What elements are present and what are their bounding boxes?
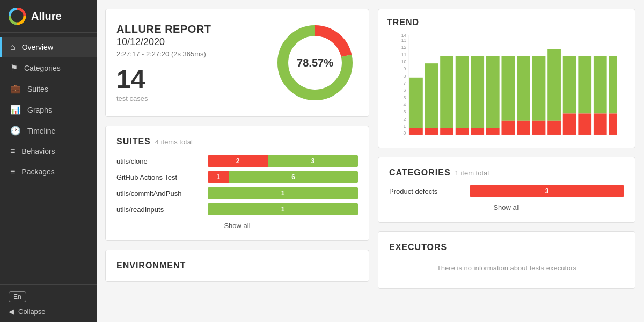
svg-text:6: 6 <box>404 87 406 93</box>
sidebar-item-graphs[interactable]: 📊 Graphs <box>0 99 97 120</box>
svg-text:13: 13 <box>401 38 407 43</box>
trend-title: TREND <box>387 18 626 27</box>
category-name-0[interactable]: Product defects <box>389 187 464 195</box>
trend-bar-pass-4 <box>471 56 484 128</box>
trend-bar-fail-1 <box>425 128 438 135</box>
trend-bar-fail-5 <box>486 128 500 135</box>
categories-show-all[interactable]: Show all <box>389 203 624 211</box>
content-area: ALLURE REPORT 10/12/2020 2:27:17 - 2:27:… <box>97 0 644 322</box>
executors-empty-message: There is no information about tests exec… <box>389 259 624 277</box>
chevron-left-icon: ◀ <box>9 308 14 316</box>
trend-bar-pass-12 <box>594 56 607 114</box>
trend-bar-fail-0b <box>409 128 423 135</box>
right-column: TREND 0 1 2 3 4 5 6 7 8 9 10 11 12 13 <box>378 9 635 313</box>
sidebar-item-overview[interactable]: ⌂ Overview <box>0 37 97 57</box>
sidebar-item-categories[interactable]: ⚑ Categories <box>0 57 97 78</box>
svg-text:10: 10 <box>401 59 407 64</box>
environment-card: ENVIRONMENT <box>105 250 369 282</box>
trend-bar-pass-11 <box>578 56 591 114</box>
sidebar-footer: En ◀ Collapse <box>0 284 97 322</box>
briefcase-icon: 💼 <box>10 84 21 94</box>
suites-count: 4 items total <box>155 138 193 146</box>
executors-card: EXECUTORS There is no information about … <box>378 231 635 289</box>
svg-text:2: 2 <box>404 116 406 122</box>
categories-count: 1 item total <box>455 169 489 177</box>
trend-bar-fail-11 <box>578 113 591 135</box>
trend-bar-fail-6 <box>501 121 515 135</box>
svg-text:12: 12 <box>401 45 407 50</box>
trend-bar-pass-5 <box>486 56 500 128</box>
suite-name-2[interactable]: utils/commitAndPush <box>116 189 202 197</box>
sidebar-item-graphs-label: Graphs <box>27 106 52 114</box>
flag-icon: ⚑ <box>10 63 18 73</box>
collapse-button[interactable]: ◀ Collapse <box>9 308 88 316</box>
sidebar-item-behaviors[interactable]: ≡ Behaviors <box>0 141 97 162</box>
trend-bar-pass-2 <box>440 56 453 128</box>
category-bar-0: 3 <box>470 185 624 197</box>
suite-bar-1: 1 6 <box>208 171 358 183</box>
sidebar-item-timeline[interactable]: 🕐 Timeline <box>0 120 97 141</box>
app-title: Allure <box>31 10 62 23</box>
report-title-block: ALLURE REPORT 10/12/2020 2:27:17 - 2:27:… <box>116 23 211 103</box>
trend-card: TREND 0 1 2 3 4 5 6 7 8 9 10 11 12 13 <box>378 9 635 148</box>
suite-name-3[interactable]: utils/readInputs <box>116 206 202 214</box>
clock-icon: 🕐 <box>10 126 21 136</box>
svg-text:9: 9 <box>404 66 406 71</box>
trend-bar-pass-7 <box>517 56 530 121</box>
suite-bar-3: 1 <box>208 203 358 215</box>
suite-row-2: utils/commitAndPush 1 <box>116 187 358 199</box>
trend-bar-fail-8 <box>532 121 546 135</box>
trend-chart: 0 1 2 3 4 5 6 7 8 9 10 11 12 13 14 <box>387 33 626 140</box>
trend-bar-pass-9 <box>547 49 561 120</box>
suite-fail-bar-1: 1 <box>208 171 229 183</box>
suite-name-0[interactable]: utils/clone <box>116 157 202 165</box>
trend-bar-fail-10 <box>563 113 576 135</box>
trend-bar-pass-8 <box>532 56 546 121</box>
report-date: 10/12/2020 <box>116 36 211 48</box>
sidebar-item-packages[interactable]: ≡ Packages <box>0 162 97 182</box>
trend-bar-pass-0 <box>409 78 423 128</box>
suite-pass-bar-2: 1 <box>208 187 358 199</box>
suite-fail-bar-0: 2 <box>208 155 268 167</box>
sidebar-item-packages-label: Packages <box>21 167 54 176</box>
trend-bar-fail-3 <box>456 128 469 135</box>
suite-name-1[interactable]: GitHub Actions Test <box>116 173 202 181</box>
home-icon: ⌂ <box>10 42 16 52</box>
suite-bar-2: 1 <box>208 187 358 199</box>
report-title: ALLURE REPORT <box>116 23 211 35</box>
sidebar-item-suites-label: Suites <box>27 85 48 93</box>
suite-row-3: utils/readInputs 1 <box>116 203 358 215</box>
suites-card: SUITES 4 items total utils/clone 2 3 Git… <box>105 126 369 241</box>
suites-header: SUITES 4 items total <box>116 137 358 147</box>
sidebar-item-suites[interactable]: 💼 Suites <box>0 78 97 99</box>
svg-text:14: 14 <box>401 33 407 38</box>
main-content: ALLURE REPORT 10/12/2020 2:27:17 - 2:27:… <box>97 0 644 322</box>
list-icon: ≡ <box>10 147 15 156</box>
suite-row-0: utils/clone 2 3 <box>116 155 358 167</box>
report-test-count: 14 <box>116 67 211 92</box>
packages-icon: ≡ <box>10 167 15 177</box>
trend-bar-pass-10 <box>563 56 576 114</box>
trend-bar-fail-12 <box>594 113 607 135</box>
trend-bar-pass-3 <box>456 56 469 128</box>
sidebar-item-timeline-label: Timeline <box>27 127 55 135</box>
allure-logo-icon <box>9 8 26 25</box>
trend-bar-pass-13 <box>609 56 617 114</box>
bar-chart-icon: 📊 <box>10 105 21 115</box>
environment-title: ENVIRONMENT <box>116 261 358 270</box>
suites-show-all[interactable]: Show all <box>116 222 358 230</box>
left-column: ALLURE REPORT 10/12/2020 2:27:17 - 2:27:… <box>105 9 369 313</box>
language-button[interactable]: En <box>9 291 26 302</box>
trend-bar-fail-2 <box>440 128 453 135</box>
suite-bar-0: 2 3 <box>208 155 358 167</box>
report-test-count-label: test cases <box>116 94 211 103</box>
report-header-card: ALLURE REPORT 10/12/2020 2:27:17 - 2:27:… <box>105 9 369 117</box>
sidebar-nav: ⌂ Overview ⚑ Categories 💼 Suites 📊 Graph… <box>0 33 97 284</box>
trend-bar-fail-13 <box>609 113 617 135</box>
trend-bar-pass-1 <box>425 63 438 135</box>
sidebar-item-overview-label: Overview <box>22 43 53 52</box>
categories-title: CATEGORIES <box>389 168 451 178</box>
svg-text:1: 1 <box>404 123 406 129</box>
donut-percent-label: 78.57% <box>297 57 333 69</box>
svg-text:3: 3 <box>404 109 406 114</box>
